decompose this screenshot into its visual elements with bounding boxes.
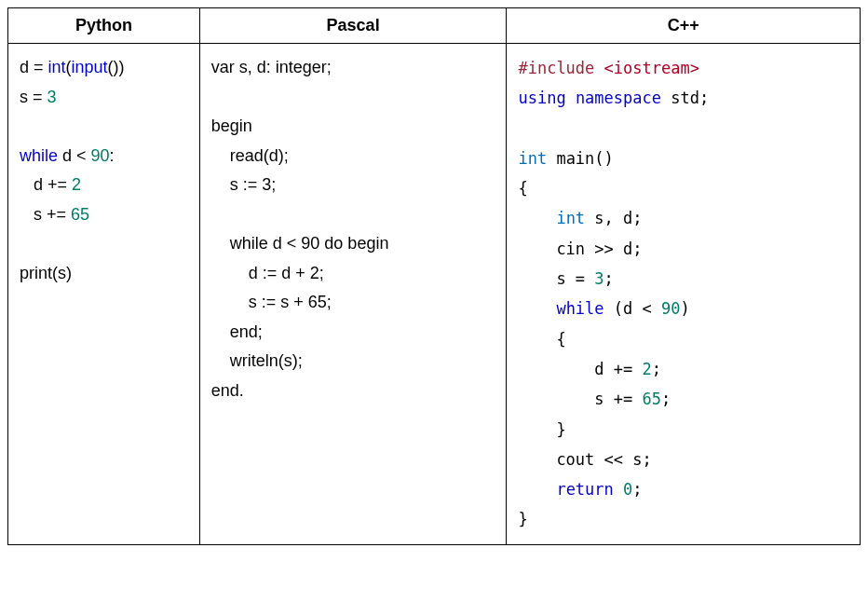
python-code: d = int(input()) s = 3 while d < 90: d +… [20, 53, 188, 288]
code-comparison-table: Python Pascal C++ d = int(input()) s = 3… [7, 7, 861, 545]
header-python: Python [8, 8, 200, 44]
cell-python: d = int(input()) s = 3 while d < 90: d +… [8, 44, 200, 545]
cell-pascal: var s, d: integer; begin read(d); s := 3… [199, 44, 507, 545]
cell-cpp: #include <iostream> using namespace std;… [507, 44, 861, 545]
header-pascal: Pascal [199, 8, 507, 44]
header-cpp: C++ [507, 8, 861, 44]
pascal-code: var s, d: integer; begin read(d); s := 3… [211, 53, 495, 405]
cpp-code: #include <iostream> using namespace std;… [518, 53, 848, 535]
